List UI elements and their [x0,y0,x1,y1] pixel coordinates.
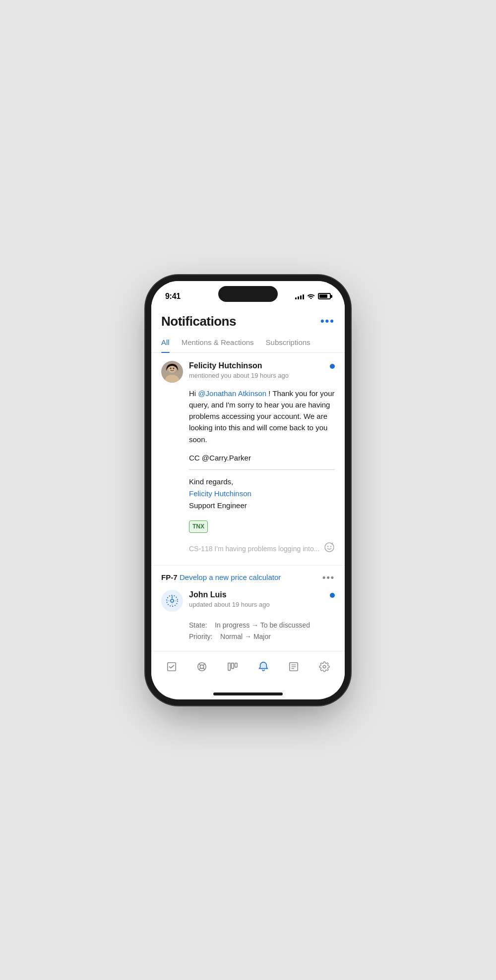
status-time: 9:41 [165,292,181,301]
notes-icon [288,661,299,672]
wifi-icon [307,292,315,300]
nav-notes[interactable] [282,655,306,679]
timer-icon [166,594,179,607]
svg-point-12 [200,665,204,668]
svg-line-16 [199,668,201,670]
section-more-button[interactable]: ••• [322,573,335,583]
status-icons [295,292,331,300]
priority-label: Priority: [189,633,212,640]
svg-point-24 [323,665,326,668]
battery-icon [318,293,331,299]
tab-all[interactable]: All [161,338,170,352]
state-label: State: [189,621,207,629]
nav-tasks[interactable] [160,655,184,679]
notification-header-row-2: John Luis updated about 19 hours ago [161,590,335,612]
svg-line-14 [203,664,205,666]
message-body: Hi @Jonathan Atkinson ! Thank you for yo… [161,388,335,557]
avatar [161,361,183,383]
svg-point-11 [198,663,206,671]
notification-card-1: Felicity Hutchinson mentioned you about … [151,353,345,566]
notification-meta-2: John Luis updated about 19 hours ago [189,590,324,609]
tnx-tag: TNX [189,520,208,533]
svg-rect-10 [168,663,176,671]
tabs-container: All Mentions & Reactions Subscriptions [151,331,345,353]
svg-point-4 [173,367,175,369]
issue-footer-text: CS-118 I'm having problems logging into.… [189,544,319,555]
nav-settings[interactable] [312,655,336,679]
svg-rect-19 [235,663,238,667]
lifebuoy-icon [196,661,207,672]
author-name: Felicity Hutchinson [189,361,324,371]
svg-rect-18 [232,663,234,669]
svg-rect-17 [228,663,231,671]
phone-frame: 9:41 Notifications [151,281,345,699]
state-change: State: In progress → To be discussed Pri… [161,617,335,643]
tag-container: TNX [189,517,335,533]
arrow-icon: → [251,621,260,629]
board-icon [227,661,238,672]
message-text: Hi @Jonathan Atkinson ! Thank you for yo… [189,388,335,445]
signal-icon [295,293,304,299]
svg-point-9 [171,599,174,602]
svg-point-3 [170,367,172,369]
section-link[interactable]: Develop a new price calculator [180,573,281,581]
state-from: In progress [215,621,249,629]
gear-icon [319,661,330,672]
signature-block: Kind regards, Felicity Hutchinson Suppor… [189,476,335,512]
nav-help[interactable] [190,655,214,679]
emoji-reaction-button[interactable] [324,542,335,557]
cc-line: CC @Carry.Parker [189,452,335,463]
app-content: Notifications ••• All Mentions & Reactio… [151,306,345,651]
priority-to: Major [253,633,271,640]
message-divider [189,469,335,470]
unread-indicator-2 [330,593,335,598]
priority-line: Priority: Normal → Major [189,631,335,643]
author-name-2: John Luis [189,590,324,600]
tab-mentions[interactable]: Mentions & Reactions [182,338,254,352]
nav-notifications[interactable] [251,655,275,679]
unread-indicator [330,364,335,369]
avatar-2 [161,590,183,612]
svg-line-13 [199,664,201,666]
action-text-2: updated about 19 hours ago [189,601,324,608]
notification-meta: Felicity Hutchinson mentioned you about … [189,361,324,380]
notification-header-row: Felicity Hutchinson mentioned you about … [161,361,335,383]
priority-from: Normal [220,633,243,640]
section-header: FP-7 Develop a new price calculator ••• [151,566,345,588]
action-text: mentioned you about 19 hours ago [189,372,324,379]
bell-icon [258,661,269,672]
tab-subscriptions[interactable]: Subscriptions [266,338,310,352]
signature-greeting: Kind regards, [189,477,233,486]
svg-point-7 [330,546,331,547]
app-header: Notifications ••• [151,306,345,329]
arrow-icon-2: → [245,633,253,640]
state-to: To be discussed [260,621,310,629]
home-indicator [213,692,283,695]
nav-board[interactable] [221,655,245,679]
svg-line-15 [203,668,205,670]
mention-link[interactable]: @Jonathan Atkinson [198,389,266,398]
notification-card-2: John Luis updated about 19 hours ago Sta… [151,588,345,651]
state-line: State: In progress → To be discussed [189,620,335,632]
header-more-button[interactable]: ••• [320,316,335,327]
signature-name-link[interactable]: Felicity Hutchinson [189,489,251,498]
dynamic-island [218,286,278,302]
issue-footer: CS-118 I'm having problems logging into.… [189,538,335,557]
svg-point-6 [327,546,328,547]
checkbox-icon [166,661,177,672]
section-id: FP-7 [161,573,178,581]
page-title: Notifications [161,314,236,329]
signature-role: Support Engineer [189,501,247,510]
bottom-nav [151,651,345,692]
